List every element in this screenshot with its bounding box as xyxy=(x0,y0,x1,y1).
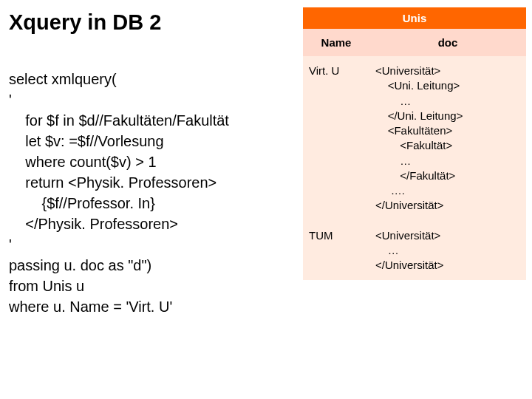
table-title: Unis xyxy=(303,7,526,29)
code-block: select xmlquery( ' for $f in $d//Fakultä… xyxy=(9,48,297,317)
slide-title: Xquery in DB 2 xyxy=(9,10,297,35)
left-column: Xquery in DB 2 select xmlquery( ' for $f… xyxy=(9,7,303,384)
code-line: ' xyxy=(9,92,12,108)
code-line: from Unis u xyxy=(9,278,84,294)
code-line: select xmlquery( xyxy=(9,71,117,87)
code-line: where u. Name = 'Virt. U' xyxy=(9,299,172,315)
code-line: passing u. doc as "d") xyxy=(9,257,151,273)
code-line: where count($v) > 1 xyxy=(9,154,157,170)
cell-doc: <Universität> … </Universität> xyxy=(369,221,526,281)
cell-name: TUM xyxy=(303,221,369,281)
code-line: let $v: =$f//Vorlesung xyxy=(9,133,164,149)
code-line: {$f//Professor. In} xyxy=(9,195,155,211)
code-line: </Physik. Professoren> xyxy=(9,216,178,232)
code-line: return <Physik. Professoren> xyxy=(9,174,216,191)
table-row: Virt. U <Universität> <Uni. Leitung> … <… xyxy=(303,56,526,221)
code-line: ' xyxy=(9,236,12,253)
table-title-row: Unis xyxy=(303,7,526,29)
col-header-doc: doc xyxy=(369,29,526,56)
table-header-row: Name doc xyxy=(303,29,526,56)
right-column: Unis Name doc Virt. U <Universität> <Uni… xyxy=(303,7,526,384)
code-line: for $f in $d//Fakultäten/Fakultät xyxy=(9,112,229,129)
table-row: TUM <Universität> … </Universität> xyxy=(303,221,526,281)
slide-root: Xquery in DB 2 select xmlquery( ' for $f… xyxy=(0,0,532,399)
cell-name: Virt. U xyxy=(303,56,369,221)
cell-doc: <Universität> <Uni. Leitung> … </Uni. Le… xyxy=(369,56,526,221)
col-header-name: Name xyxy=(303,29,369,56)
unis-table: Unis Name doc Virt. U <Universität> <Uni… xyxy=(303,7,526,280)
